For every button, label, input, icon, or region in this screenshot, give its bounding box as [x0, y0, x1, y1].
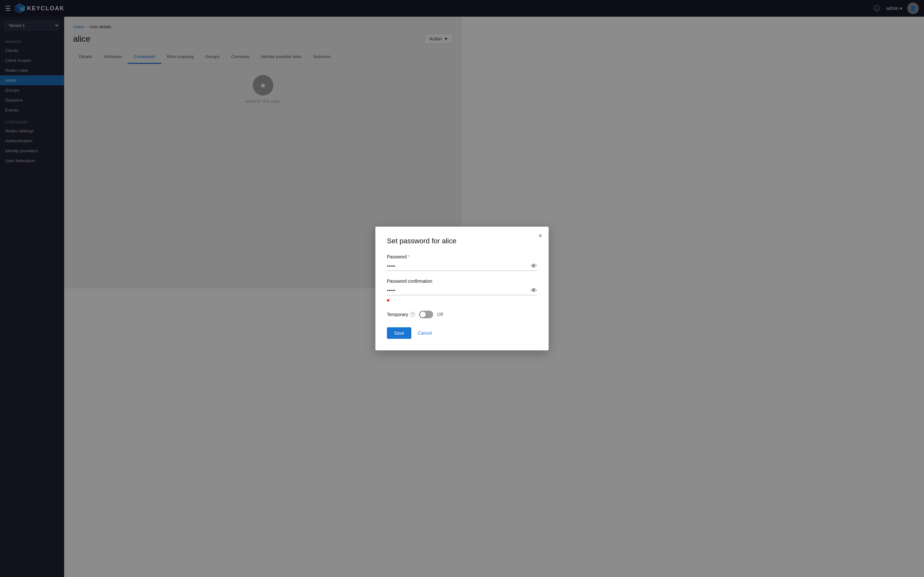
password-confirmation-input-wrapper: 👁 [387, 285, 462, 288]
password-input[interactable] [387, 261, 462, 271]
password-confirmation-input[interactable] [387, 285, 462, 288]
password-label: Password * [387, 254, 462, 259]
set-password-modal: Set password for alice × Password * 👁 Pa… [375, 227, 462, 288]
password-confirmation-label: Password confirmation [387, 279, 462, 284]
password-required-star: * [408, 255, 409, 259]
password-form-group: Password * 👁 [387, 254, 462, 271]
password-confirmation-form-group: Password confirmation 👁 [387, 279, 462, 288]
password-input-wrapper: 👁 [387, 261, 462, 271]
modal-title: Set password for alice [387, 237, 462, 245]
modal-overlay[interactable]: Set password for alice × Password * 👁 Pa… [0, 0, 462, 288]
